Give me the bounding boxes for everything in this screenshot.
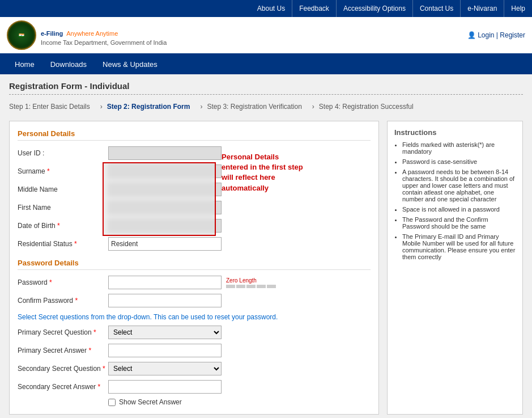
- primary-secret-q-input-area: Select: [108, 326, 222, 339]
- password-required: *: [49, 278, 52, 286]
- logo-subtitle: Income Tax Department, Government of Ind…: [41, 39, 167, 46]
- secondary-secret-q-select[interactable]: Select: [108, 362, 222, 375]
- strength-bar: [226, 285, 276, 288]
- steps-indicator: Step 1: Enter Basic Details › Step 2: Re…: [9, 100, 523, 113]
- logo-area: 🇮🇳 e-Filing Anywhere Anytime Income Tax …: [7, 20, 167, 50]
- secondary-secret-a-row: Secondary Secret Answer *: [18, 380, 371, 394]
- password-field[interactable]: [108, 276, 222, 289]
- password-input-area: [108, 276, 222, 289]
- strength-bar-1: [226, 285, 235, 288]
- instructions-list: Fields marked with asterisk(*) are manda…: [394, 141, 516, 260]
- password-label: Password *: [18, 278, 108, 286]
- instruction-item-5: The Primary E-mail ID and Primary Mobile…: [402, 233, 516, 260]
- residential-status-label: Residential Status *: [18, 240, 108, 248]
- primary-secret-q-row: Primary Secret Question * Select: [18, 326, 371, 339]
- page-title: Registration Form - Individual: [9, 81, 523, 95]
- secondary-secret-q-input-area: Select: [108, 362, 222, 375]
- secondary-secret-a-required: *: [97, 383, 100, 391]
- primary-secret-q-label: Primary Secret Question *: [18, 328, 108, 336]
- instruction-item-0: Fields marked with asterisk(*) are manda…: [402, 141, 516, 155]
- password-row: Password * Zero Length: [18, 276, 371, 289]
- personal-details-section: Personal Details entered in the first st…: [18, 146, 371, 251]
- registration-form-panel: Personal Details Personal Details entere…: [9, 121, 379, 415]
- password-strength-indicator: Zero Length: [226, 277, 276, 288]
- user-id-row: User ID :: [18, 146, 371, 160]
- blurred-info-overlay: [103, 162, 216, 236]
- feedback-link[interactable]: Feedback: [292, 0, 337, 17]
- logo-efiling: e-Filing Anywhere Anytime: [41, 24, 167, 39]
- show-secret-answer-label[interactable]: Show Secret Answer: [119, 398, 182, 406]
- surname-label: Surname *: [18, 167, 108, 175]
- strength-bar-4: [257, 285, 266, 288]
- confirm-password-required: *: [75, 297, 78, 305]
- residential-status-row: Residential Status * Resident: [18, 237, 371, 251]
- primary-secret-a-required: *: [88, 347, 91, 354]
- e-nivaran-link[interactable]: e-Nivaran: [461, 0, 504, 17]
- primary-secret-a-row: Primary Secret Answer *: [18, 344, 371, 357]
- step-3: Step 3: Registration Verification: [207, 100, 307, 113]
- secondary-secret-a-label: Secondary Secret Answer *: [18, 383, 108, 391]
- secondary-secret-a-field[interactable]: [108, 380, 222, 394]
- primary-secret-a-field[interactable]: [108, 344, 222, 357]
- strength-bar-2: [236, 285, 245, 288]
- emblem-icon: 🇮🇳: [7, 20, 36, 50]
- main-layout: Personal Details Personal Details entere…: [9, 121, 523, 415]
- secondary-secret-q-row: Secondary Secret Question * Select: [18, 362, 371, 375]
- logo-text-area: e-Filing Anywhere Anytime Income Tax Dep…: [41, 24, 167, 46]
- instruction-item-3: Space is not allowed in a password: [402, 206, 516, 213]
- step-4: Step 4: Registration Successful: [319, 100, 419, 113]
- logo-tagline: Anywhere Anytime: [66, 30, 118, 37]
- strength-bar-3: [246, 285, 256, 288]
- primary-secret-q-required: *: [93, 328, 96, 336]
- page-content: Registration Form - Individual Step 1: E…: [0, 74, 532, 418]
- register-link[interactable]: Register: [500, 31, 525, 39]
- first-name-label: First Name: [18, 204, 108, 212]
- residential-status-required: *: [74, 240, 77, 248]
- top-navigation: About Us Feedback Accessibility Options …: [0, 0, 532, 17]
- show-secret-answer-row: Show Secret Answer: [18, 398, 371, 406]
- confirm-password-input-area: [108, 294, 222, 307]
- personal-details-title: Personal Details: [18, 129, 371, 141]
- primary-secret-a-label: Primary Secret Answer *: [18, 347, 108, 354]
- residential-status-value-area: Resident: [108, 237, 222, 251]
- instruction-item-1: Password is case-sensitive: [402, 158, 516, 165]
- accessibility-link[interactable]: Accessibility Options: [337, 0, 413, 17]
- password-strength-label: Zero Length: [226, 277, 276, 284]
- instruction-item-4: The Password and the Confirm Password sh…: [402, 216, 516, 230]
- secondary-secret-q-required: *: [103, 365, 105, 373]
- secondary-secret-q-label: Secondary Secret Question *: [18, 365, 108, 373]
- downloads-nav-link[interactable]: Downloads: [42, 54, 95, 74]
- instructions-panel: Instructions Fields marked with asterisk…: [387, 121, 523, 415]
- confirm-password-label: Confirm Password *: [18, 297, 108, 305]
- primary-secret-a-input-area: [108, 344, 222, 357]
- primary-secret-q-select[interactable]: Select: [108, 326, 222, 339]
- secondary-secret-a-input-area: [108, 380, 222, 394]
- middle-name-label: Middle Name: [18, 185, 108, 193]
- user-id-label: User ID :: [18, 149, 108, 157]
- dob-required: *: [57, 222, 60, 230]
- site-header: 🇮🇳 e-Filing Anywhere Anytime Income Tax …: [0, 17, 532, 54]
- secret-questions-note: Select Secret questions from the drop-do…: [18, 313, 371, 321]
- home-nav-link[interactable]: Home: [7, 54, 42, 74]
- password-details-title: Password Details: [18, 259, 371, 270]
- main-navigation: Home Downloads News & Updates: [0, 54, 532, 74]
- show-secret-answer-checkbox[interactable]: [108, 399, 116, 406]
- person-icon: 👤: [467, 31, 476, 39]
- confirm-password-row: Confirm Password *: [18, 294, 371, 307]
- help-link[interactable]: Help: [504, 0, 532, 17]
- dob-label: Date of Birth *: [18, 222, 108, 230]
- login-register-area: 👤 Login | Register: [467, 31, 525, 39]
- confirm-password-field[interactable]: [108, 294, 222, 307]
- step-2: Step 2: Registration Form: [107, 100, 196, 113]
- instruction-item-2: A password needs to be between 8-14 char…: [402, 168, 516, 202]
- contact-us-link[interactable]: Contact Us: [413, 0, 461, 17]
- login-link[interactable]: Login: [478, 31, 494, 39]
- news-nav-link[interactable]: News & Updates: [95, 54, 165, 74]
- user-id-field[interactable]: [108, 146, 222, 160]
- residential-status-value: Resident: [108, 237, 222, 251]
- strength-bar-5: [267, 285, 276, 288]
- about-us-link[interactable]: About Us: [250, 0, 292, 17]
- instructions-title: Instructions: [394, 128, 516, 137]
- step-1: Step 1: Enter Basic Details: [9, 100, 96, 113]
- user-id-input-area: [108, 146, 222, 160]
